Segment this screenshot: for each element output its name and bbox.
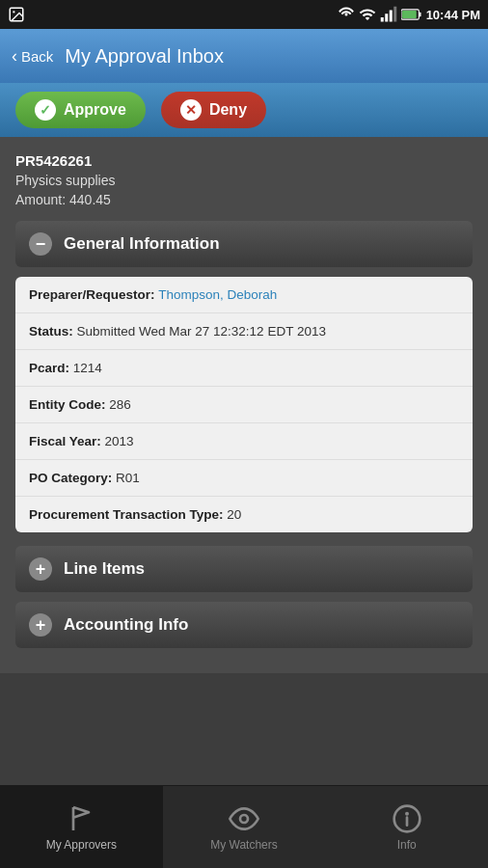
- pr-description: Physics supplies: [15, 173, 473, 188]
- bottom-nav: My Approvers My Watchers Info: [0, 785, 488, 868]
- nav-watchers-label: My Watchers: [210, 838, 278, 852]
- accounting-info-section-header[interactable]: + Accounting Info: [15, 602, 473, 648]
- nav-my-watchers[interactable]: My Watchers: [163, 786, 326, 868]
- status-value: Submitted Wed Mar 27 12:32:12 EDT 2013: [77, 324, 326, 339]
- header: ‹ Back My Approval Inbox: [0, 29, 488, 83]
- status-time: 10:44 PM: [426, 8, 480, 22]
- table-row: Procurement Transaction Type: 20: [15, 497, 473, 532]
- svg-point-1: [13, 11, 14, 13]
- page-title: My Approval Inbox: [65, 45, 224, 68]
- general-info-section-header[interactable]: − General Information: [15, 221, 473, 267]
- action-bar: ✓ Approve ✕ Deny: [0, 83, 488, 137]
- table-row: Fiscal Year: 2013: [15, 423, 473, 460]
- table-row: Pcard: 1214: [15, 350, 473, 387]
- table-row: PO Category: R01: [15, 460, 473, 497]
- pr-amount: Amount: 440.45: [15, 192, 473, 207]
- entity-label: Entity Code:: [29, 397, 109, 412]
- expand-icon-2: +: [29, 613, 52, 637]
- nav-my-approvers[interactable]: My Approvers: [0, 786, 163, 868]
- status-icons-left: [8, 6, 25, 23]
- nav-icon: [338, 6, 355, 23]
- signal-icon: [380, 6, 397, 23]
- line-items-section-header[interactable]: + Line Items: [15, 546, 473, 592]
- fiscal-label: Fiscal Year:: [29, 434, 105, 448]
- amount-value: 440.45: [69, 192, 111, 207]
- general-info-title: General Information: [64, 234, 220, 254]
- collapse-icon: −: [29, 232, 52, 256]
- svg-point-2: [344, 14, 347, 16]
- battery-icon: [401, 8, 422, 21]
- back-label: Back: [21, 48, 53, 65]
- pr-number: PR5426261: [15, 152, 473, 169]
- line-items-title: Line Items: [64, 559, 145, 579]
- table-row: Status: Submitted Wed Mar 27 12:32:12 ED…: [15, 313, 473, 350]
- general-info-table: Preparer/Requestor: Thompson, Deborah St…: [15, 277, 473, 532]
- amount-label: Amount:: [15, 192, 66, 207]
- nav-approvers-label: My Approvers: [46, 838, 117, 852]
- nav-info-label: Info: [397, 838, 417, 852]
- svg-rect-3: [380, 17, 383, 22]
- deny-button[interactable]: ✕ Deny: [161, 92, 266, 128]
- eye-icon: [229, 803, 259, 834]
- x-icon: ✕: [180, 99, 202, 121]
- svg-rect-5: [389, 11, 392, 22]
- preparer-link[interactable]: Thompson, Deborah: [158, 287, 277, 302]
- expand-icon: +: [29, 557, 52, 581]
- accounting-info-title: Accounting Info: [64, 615, 188, 635]
- nav-info[interactable]: Info: [325, 786, 488, 868]
- info-icon: [392, 803, 422, 834]
- status-bar: 10:44 PM: [0, 0, 488, 29]
- image-icon: [8, 6, 25, 23]
- proc-value: 20: [227, 507, 241, 522]
- svg-rect-4: [385, 14, 388, 21]
- po-label: PO Category:: [29, 471, 116, 485]
- pcard-value: 1214: [73, 361, 102, 375]
- approve-label: Approve: [64, 101, 126, 119]
- check-icon: ✓: [35, 99, 56, 121]
- pcard-label: Pcard:: [29, 361, 73, 375]
- approve-button[interactable]: ✓ Approve: [15, 92, 146, 128]
- main-content: PR5426261 Physics supplies Amount: 440.4…: [0, 137, 488, 673]
- table-row: Entity Code: 286: [15, 387, 473, 423]
- proc-label: Procurement Transaction Type:: [29, 507, 227, 522]
- svg-rect-6: [393, 7, 396, 22]
- status-label: Status:: [29, 324, 77, 339]
- wifi-icon: [359, 6, 376, 23]
- svg-rect-9: [402, 11, 417, 18]
- back-chevron-icon: ‹: [12, 46, 17, 67]
- po-value: R01: [116, 471, 140, 485]
- table-row: Preparer/Requestor: Thompson, Deborah: [15, 277, 473, 313]
- svg-point-10: [240, 815, 248, 823]
- preparer-label: Preparer/Requestor:: [29, 287, 158, 302]
- deny-label: Deny: [209, 101, 247, 119]
- flag-icon: [66, 803, 96, 834]
- svg-rect-8: [419, 13, 420, 16]
- entity-value: 286: [109, 397, 131, 412]
- back-button[interactable]: ‹ Back: [12, 46, 53, 67]
- status-right-group: 10:44 PM: [338, 6, 480, 23]
- fiscal-value: 2013: [105, 434, 134, 448]
